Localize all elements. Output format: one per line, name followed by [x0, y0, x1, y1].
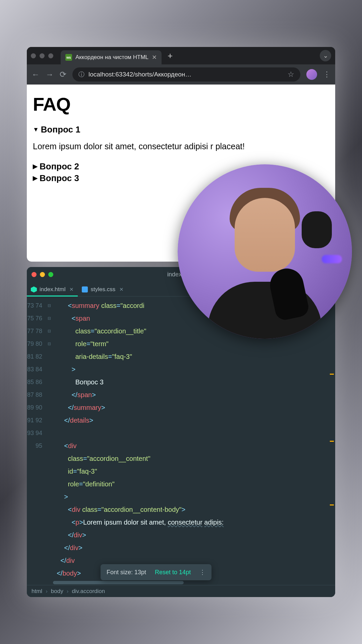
reload-icon[interactable]: ⟳ — [60, 70, 66, 79]
fold-gutter[interactable]: ⊟ ⊟ ⊟ ⊟ — [46, 297, 53, 582]
css-file-icon — [82, 286, 88, 292]
editor-marker — [330, 374, 334, 375]
presenter-webcam — [178, 164, 352, 339]
ide-tab-index-html[interactable]: index.html ✕ — [27, 283, 78, 296]
close-tab-icon[interactable]: ✕ — [152, 54, 157, 61]
video-frame: ws Аккордеон на чистом HTML ✕ + ⌄ ← → ⟳ … — [27, 47, 335, 597]
headphones-icon — [302, 211, 332, 248]
reset-font-button[interactable]: Reset to 14pt — [155, 569, 191, 576]
minimize-light[interactable] — [40, 272, 45, 277]
browser-tabbar: ws Аккордеон на чистом HTML ✕ + ⌄ — [27, 47, 335, 64]
macos-traffic-lights — [32, 272, 53, 277]
tab-title: Аккордеон на чистом HTML — [75, 54, 148, 61]
disclosure-closed-icon: ▶ — [33, 174, 38, 182]
crumb-div[interactable]: div.accordion — [72, 588, 105, 595]
editor-marker — [330, 504, 334, 505]
editor-marker — [330, 441, 334, 442]
browser-more-icon[interactable]: ⋮ — [323, 70, 330, 79]
font-size-toast: Font size: 13pt Reset to 14pt ⋮ — [101, 564, 212, 580]
maximize-light[interactable] — [48, 272, 53, 277]
crumb-html[interactable]: html — [32, 588, 42, 595]
code-editor[interactable]: 73 74 75 76 77 78 79 80 81 82 83 84 85 8… — [27, 297, 335, 582]
macos-traffic-lights — [31, 53, 53, 58]
faq-answer-1: Lorem ipsum dolor sit amet, consectetur … — [33, 141, 329, 152]
code-area[interactable]: <summary class="accordi <span class="acc… — [53, 297, 335, 582]
tabs-dropdown-button[interactable]: ⌄ — [320, 50, 331, 61]
breadcrumb[interactable]: html › body › div.accordion — [27, 585, 335, 597]
profile-avatar[interactable] — [306, 69, 317, 80]
browser-toolbar: ← → ⟳ ⓘ localhost:63342/shorts/Аккордеон… — [27, 64, 335, 85]
bookmark-star-icon[interactable]: ☆ — [288, 70, 294, 79]
disclosure-closed-icon: ▶ — [33, 163, 38, 170]
close-light[interactable] — [31, 53, 36, 58]
close-tab-icon[interactable]: ✕ — [69, 286, 74, 292]
minimize-light[interactable] — [40, 53, 45, 58]
font-size-label: Font size: 13pt — [107, 569, 146, 576]
forward-icon[interactable]: → — [46, 70, 54, 79]
line-gutter: 73 74 75 76 77 78 79 80 81 82 83 84 85 8… — [27, 297, 46, 582]
back-icon[interactable]: ← — [32, 70, 40, 79]
url-text: localhost:63342/shorts/Аккордеон… — [88, 71, 191, 78]
webstorm-favicon: ws — [65, 54, 72, 61]
toast-more-icon[interactable]: ⋮ — [199, 569, 205, 576]
browser-tab-active[interactable]: ws Аккордеон на чистом HTML ✕ — [61, 50, 162, 64]
close-tab-icon[interactable]: ✕ — [119, 286, 124, 292]
separator-icon: › — [67, 588, 69, 595]
ide-tab-styles-css[interactable]: styles.css ✕ — [78, 283, 128, 296]
faq-heading: FAQ — [33, 93, 329, 115]
site-info-icon[interactable]: ⓘ — [78, 70, 84, 78]
address-bar[interactable]: ⓘ localhost:63342/shorts/Аккордеон… ☆ — [72, 67, 300, 82]
new-tab-button[interactable]: + — [168, 51, 173, 61]
maximize-light[interactable] — [48, 53, 53, 58]
html-file-icon — [31, 286, 37, 292]
close-light[interactable] — [32, 272, 37, 277]
separator-icon: › — [46, 588, 48, 595]
faq-question-1[interactable]: ▼Вопрос 1 — [33, 124, 329, 135]
crumb-body[interactable]: body — [51, 588, 63, 595]
horizontal-scrollbar[interactable] — [53, 581, 184, 584]
disclosure-open-icon: ▼ — [33, 126, 39, 133]
